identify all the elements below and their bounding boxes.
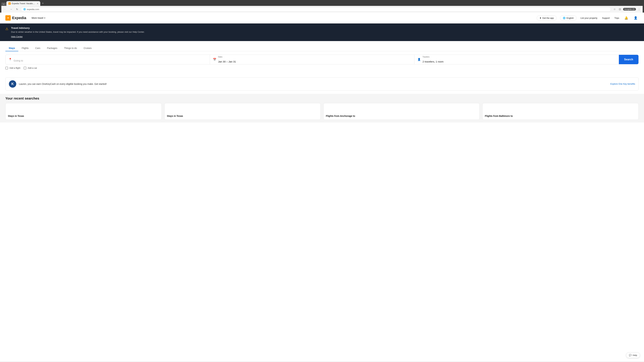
add-flight-label: Add a flight <box>10 67 20 69</box>
recent-card-4-label: Flights from Baltimore to <box>485 115 636 117</box>
active-tab[interactable]: E Expedia Travel: Vacation Home... × <box>6 1 40 6</box>
tab-title: Expedia Travel: Vacation Home... <box>12 2 35 5</box>
travelers-icon: 👤 <box>418 58 421 61</box>
recent-card-4[interactable]: Flights from Baltimore to <box>482 103 639 120</box>
new-tab-btn[interactable]: + <box>40 1 45 6</box>
search-btn[interactable]: Search <box>619 55 638 64</box>
one-key-explore-link[interactable]: Explore One Key benefits <box>610 83 635 85</box>
advisory-warning-icon: ⚠ <box>5 27 8 31</box>
tab-cruises[interactable]: Cruises <box>80 45 95 51</box>
advisory-content: Travel Advisory Due to winter weather in… <box>11 26 639 38</box>
one-key-avatar: K <box>9 80 16 88</box>
trips-link[interactable]: Trips <box>614 16 620 20</box>
browser-toolbar: ← → ↻ 🌐 expedia.com ☆ ⊡ Incognito (2) ⋮ <box>1 6 643 12</box>
reader-mode-btn[interactable]: ⊡ <box>618 7 622 11</box>
tab-switcher[interactable] <box>1 2 6 6</box>
toolbar-actions: ☆ ⊡ Incognito (2) ⋮ <box>612 7 641 11</box>
reload-btn[interactable]: ↻ <box>15 7 20 11</box>
tab-close-btn[interactable]: × <box>37 2 38 5</box>
get-app-label: Get the app <box>542 17 554 19</box>
search-options: Add a flight Add a car <box>5 67 639 69</box>
add-car-checkbox[interactable] <box>24 67 26 69</box>
add-flight-option[interactable]: Add a flight <box>5 67 20 69</box>
user-account-btn[interactable]: 👤 <box>632 15 639 21</box>
travelers-field[interactable]: 👤 Travelers 2 travelers, 1 room <box>414 55 619 64</box>
site-header: ✦ Expedia More travel ▾ ⬇ Get the app 🌐 … <box>0 12 644 23</box>
destination-content: Going to <box>14 57 23 62</box>
back-btn[interactable]: ← <box>3 7 8 11</box>
language-label: English <box>566 17 574 19</box>
tab-things-to-do[interactable]: Things to do <box>61 45 80 51</box>
destination-value: Going to <box>14 57 23 62</box>
recent-card-2-label: Stays in Texas <box>167 115 318 117</box>
dates-label: Dates <box>218 56 236 58</box>
search-section: Stays Flights Cars Packages Things to do… <box>0 41 644 74</box>
get-app-icon: ⬇ <box>540 17 541 19</box>
recent-card-3-label: Flights from Anchorage to <box>326 115 477 117</box>
travelers-value: 2 travelers, 1 room <box>422 58 444 63</box>
incognito-badge[interactable]: Incognito (2) <box>623 8 636 10</box>
calendar-icon: 📅 <box>213 58 216 61</box>
globe-icon: 🌐 <box>563 17 566 19</box>
browser-chrome: E Expedia Travel: Vacation Home... × + ←… <box>0 0 644 12</box>
advisory-help-link[interactable]: Help Center <box>11 35 23 38</box>
header-right: ⬇ Get the app 🌐 English List your proper… <box>537 15 639 21</box>
tab-favicon: E <box>8 2 11 5</box>
url-bar[interactable]: 🌐 expedia.com <box>21 7 611 11</box>
tab-cars[interactable]: Cars <box>32 45 44 51</box>
recent-searches-section: Your recent searches Stays in Texas Stay… <box>0 94 644 122</box>
help-btn[interactable]: 💬 Help <box>626 353 640 358</box>
recent-card-1-label: Stays in Texas <box>8 115 159 117</box>
add-flight-checkbox[interactable] <box>5 67 8 69</box>
destination-icon: 📍 <box>8 58 12 61</box>
bookmark-btn[interactable]: ☆ <box>612 7 617 11</box>
add-car-label: Add a car <box>28 67 37 69</box>
forward-btn[interactable]: → <box>9 7 14 11</box>
advisory-text: Due to winter weather in the United Stat… <box>11 30 639 34</box>
destination-field[interactable]: 📍 Going to <box>6 55 210 64</box>
search-tabs: Stays Flights Cars Packages Things to do… <box>5 45 639 51</box>
travelers-content: Travelers 2 travelers, 1 room <box>422 56 444 63</box>
dates-content: Dates Jan 30 – Jan 31 <box>218 56 236 63</box>
url-text: expedia.com <box>27 8 39 10</box>
travelers-label: Travelers <box>422 56 444 58</box>
support-link[interactable]: Support <box>602 16 610 20</box>
logo-text: Expedia <box>12 16 26 20</box>
tab-packages[interactable]: Packages <box>44 45 60 51</box>
search-bar: 📍 Going to 📅 Dates Jan 30 – Jan 31 👤 Tra… <box>5 55 639 64</box>
bell-icon: 🔔 <box>624 16 628 20</box>
get-app-btn[interactable]: ⬇ Get the app <box>537 15 556 21</box>
tab-flights[interactable]: Flights <box>18 45 32 51</box>
dates-field[interactable]: 📅 Dates Jan 30 – Jan 31 <box>210 55 414 64</box>
one-key-message: Lauren, you can earn OneKeyCash on every… <box>19 83 608 85</box>
menu-btn[interactable]: ⋮ <box>636 7 641 11</box>
browser-tabs: E Expedia Travel: Vacation Home... × + <box>1 1 643 6</box>
tab-stays[interactable]: Stays <box>5 45 18 51</box>
more-travel-chevron-icon: ▾ <box>44 17 45 19</box>
help-label: Help <box>632 354 637 357</box>
one-key-banner: K Lauren, you can earn OneKeyCash on eve… <box>5 77 639 90</box>
help-icon: 💬 <box>629 354 632 357</box>
recent-card-3[interactable]: Flights from Anchorage to <box>323 103 480 120</box>
notifications-btn[interactable]: 🔔 <box>623 15 629 21</box>
recent-cards-container: Stays in Texas Stays in Texas Flights fr… <box>5 103 639 120</box>
advisory-banner: ⚠ Travel Advisory Due to winter weather … <box>0 23 644 41</box>
logo-icon: ✦ <box>5 15 11 21</box>
dates-value: Jan 30 – Jan 31 <box>218 58 236 63</box>
recent-searches-title: Your recent searches <box>5 96 639 100</box>
more-travel-label: More travel <box>32 16 43 19</box>
advisory-title: Travel Advisory <box>11 26 639 29</box>
logo[interactable]: ✦ Expedia <box>5 15 26 21</box>
add-car-option[interactable]: Add a car <box>24 67 37 69</box>
list-property-link[interactable]: List your property <box>580 16 598 20</box>
recent-card-2[interactable]: Stays in Texas <box>164 103 321 120</box>
recent-card-1[interactable]: Stays in Texas <box>5 103 162 120</box>
header-left: ✦ Expedia More travel ▾ <box>5 15 46 21</box>
language-btn[interactable]: 🌐 English <box>560 15 576 21</box>
page-content: ✦ Expedia More travel ▾ ⬇ Get the app 🌐 … <box>0 12 644 361</box>
more-travel-btn[interactable]: More travel ▾ <box>30 15 46 20</box>
user-icon: 👤 <box>634 16 638 20</box>
